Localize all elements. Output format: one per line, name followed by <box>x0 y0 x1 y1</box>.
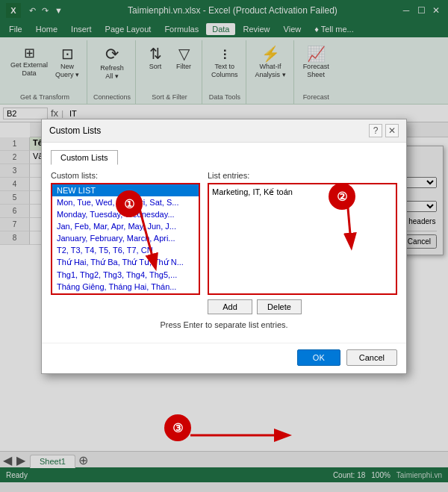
dialog-close-btn[interactable]: ✕ <box>385 124 399 137</box>
dialog-body: Custom Lists Custom lists: NEW LIST Mon,… <box>42 143 406 343</box>
modal-overlay: Custom Lists ? ✕ Custom Lists Custom lis… <box>0 0 448 492</box>
list-item-thang-series[interactable]: Tháng Giêng, Tháng Hai, Thán... <box>52 281 199 293</box>
dialog-tab-strip: Custom Lists <box>51 150 397 165</box>
list-item-t-series[interactable]: T2, T3, T4, T5, T6, T7, CN <box>52 244 199 256</box>
dialog-footer: OK Cancel <box>42 343 406 373</box>
dialog-title-controls: ? ✕ <box>369 124 399 137</box>
entries-panel: List entries: Marketing, IT, Kế toán Add… <box>208 171 397 314</box>
list-item-thg-series[interactable]: Thg1, Thg2, Thg3, Thg4, Thg5,... <box>52 269 199 281</box>
custom-lists-dialog: Custom Lists ? ✕ Custom Lists Custom lis… <box>41 119 407 374</box>
list-entries-textarea[interactable]: Marketing, IT, Kế toán <box>208 183 397 295</box>
list-entries-label: List entries: <box>208 171 397 180</box>
custom-lists-panel: Custom lists: NEW LIST Mon, Tue, Wed, Th… <box>51 171 200 314</box>
list-item-marketing[interactable]: Marketing, IT, Kế toán <box>52 293 199 295</box>
dialog-title: Custom Lists <box>49 125 101 136</box>
list-item-days-abbr[interactable]: Mon, Tue, Wed, Thu, Fri, Sat, S... <box>52 196 199 208</box>
list-item-new[interactable]: NEW LIST <box>52 184 199 196</box>
hint-text: Press Enter to separate list entries. <box>51 320 397 329</box>
ok-button[interactable]: OK <box>297 349 340 366</box>
list-item-thu-abbr[interactable]: Thứ Hai, Thứ Ba, Thứ Tư, Thứ N... <box>52 256 199 269</box>
dialog-content: Custom lists: NEW LIST Mon, Tue, Wed, Th… <box>51 171 397 314</box>
entries-side-buttons: Add Delete <box>208 299 397 314</box>
list-item-days-full[interactable]: Monday, Tuesday, Wednesday... <box>52 208 199 220</box>
delete-btn[interactable]: Delete <box>257 299 302 314</box>
dialog-help-btn[interactable]: ? <box>369 124 382 137</box>
dialog-title-bar: Custom Lists ? ✕ <box>42 119 406 143</box>
custom-lists-label: Custom lists: <box>51 171 200 180</box>
add-btn[interactable]: Add <box>208 299 252 314</box>
tab-custom-lists[interactable]: Custom Lists <box>51 150 118 165</box>
list-item-months-abbr[interactable]: Jan, Feb, Mar, Apr, May, Jun, J... <box>52 220 199 232</box>
cancel-button[interactable]: Cancel <box>346 349 397 366</box>
custom-lists-box[interactable]: NEW LIST Mon, Tue, Wed, Thu, Fri, Sat, S… <box>51 183 200 295</box>
list-item-months-full[interactable]: January, February, March, Apri... <box>52 232 199 244</box>
